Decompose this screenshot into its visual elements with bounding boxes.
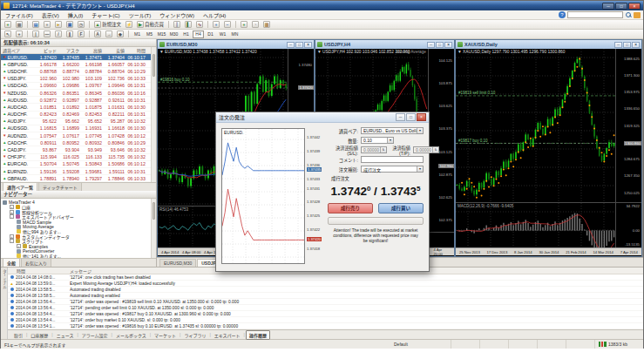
menu-item-6[interactable]: ウィンドウ(W) bbox=[155, 13, 199, 18]
chart-minimize-button[interactable]: ─ bbox=[614, 42, 622, 48]
column-header-3[interactable]: アスク bbox=[58, 47, 81, 53]
terminal-tab-9[interactable]: 操作履歴 bbox=[246, 330, 270, 340]
navigator-item[interactable]: 他に141 あります... bbox=[1, 254, 156, 258]
new-chart-button[interactable]: + bbox=[3, 21, 13, 29]
market-watch-row[interactable]: ▼NZDUSD.0.863260.863510.863450.8603606:1… bbox=[1, 90, 156, 97]
timeframe-button-m30[interactable]: M30 bbox=[168, 30, 180, 38]
vertical-line-tool-button[interactable]: | bbox=[31, 30, 41, 38]
market-watch-row[interactable]: ▲GBPAUD.1.788911.789401.792971.7884606:1… bbox=[1, 175, 156, 182]
market-watch-row[interactable]: ▲AUDSGD.1.168151.168991.169311.1661806:1… bbox=[1, 125, 156, 132]
market-watch-row[interactable]: ▲USDCHF.0.887680.887740.887840.8870406:1… bbox=[1, 68, 156, 75]
chart-window-titlebar[interactable]: USDJPY,H4─□× bbox=[315, 40, 454, 49]
expand-icon[interactable]: + bbox=[17, 244, 21, 248]
terminal-log-row[interactable]: 2014.04.08 13:56:4...'12714': order was … bbox=[8, 299, 643, 305]
community-icon[interactable] bbox=[634, 12, 641, 18]
market-watch-row[interactable]: ▲AUDJPY.95.62295.66295.65295.28706:10:32 bbox=[1, 119, 156, 125]
market-watch-scrollbar[interactable] bbox=[151, 47, 156, 182]
terminal-tab-7[interactable]: ライブラリ bbox=[181, 331, 208, 339]
navigator-tab-全般[interactable]: 全般 bbox=[3, 258, 20, 267]
expand-icon[interactable]: + bbox=[10, 234, 14, 239]
timeframe-button-mn[interactable]: MN bbox=[229, 30, 241, 38]
terminal-column-message[interactable]: メッセージ bbox=[70, 268, 92, 274]
market-watch-tab-通貨ペア一覧[interactable]: 通貨ペア一覧 bbox=[3, 182, 37, 191]
channel-tool-button[interactable]: ∥ bbox=[64, 30, 75, 38]
terminal-button[interactable]: ▣ bbox=[64, 21, 75, 29]
terminal-tab-1[interactable]: 取引 bbox=[11, 331, 25, 339]
chart-window-titlebar[interactable]: EURUSD,M30─□× bbox=[158, 40, 314, 49]
terminal-column-time[interactable]: 時間 bbox=[8, 268, 70, 274]
timeframe-button-m15[interactable]: M15 bbox=[156, 30, 167, 38]
market-watch-row[interactable]: ▼EURUSD.1.374201.374351.374711.3740406:1… bbox=[1, 54, 156, 61]
chart-close-button[interactable]: × bbox=[304, 42, 312, 48]
menu-item-1[interactable]: ファイル(F) bbox=[1, 13, 37, 18]
indicators-button[interactable]: + bbox=[239, 21, 249, 29]
collapse-icon[interactable]: - bbox=[10, 239, 14, 243]
crosshair-tool-button[interactable]: + bbox=[14, 30, 24, 38]
data-window-button[interactable]: + bbox=[42, 21, 52, 29]
market-watch-row[interactable]: ▲AUDCHF.0.824230.824690.824530.8221106:1… bbox=[1, 112, 156, 119]
timeframe-button-m5[interactable]: M5 bbox=[144, 30, 155, 38]
column-header-4[interactable]: 高値 bbox=[81, 47, 104, 53]
navigator-tab-お気に入り[interactable]: お気に入り bbox=[21, 258, 51, 267]
help-icon[interactable]: ? bbox=[559, 11, 566, 18]
market-watch-row[interactable]: ▲CADJPY.93.86793.90493.94993.64606:10:32 bbox=[1, 146, 156, 153]
shapes-tool-button[interactable]: ◆ bbox=[115, 30, 125, 38]
arrow-tool-button[interactable]: → bbox=[104, 30, 114, 38]
buy-by-market-button[interactable]: 成行買い bbox=[378, 203, 424, 213]
chart-close-button[interactable]: × bbox=[444, 42, 452, 48]
market-watch-row[interactable]: ▲AUDCAD.1.018511.018921.018751.0163106:1… bbox=[1, 104, 156, 111]
templates-button[interactable]: ▥ bbox=[261, 21, 272, 29]
auto-trading-button[interactable]: ▶自動売買 bbox=[135, 21, 166, 29]
chart-minimize-button[interactable]: ─ bbox=[427, 42, 435, 48]
market-watch-row[interactable]: ▲USDCAD.1.096601.096861.097671.0964606:1… bbox=[1, 83, 156, 90]
stop-loss-input[interactable]: 0.00000⇅ bbox=[361, 146, 387, 153]
minimize-button[interactable]: ─ bbox=[602, 3, 614, 10]
chart-tab-eurusd-m30[interactable]: EURUSD,M30 bbox=[159, 259, 196, 267]
search-input[interactable] bbox=[567, 11, 623, 18]
terminal-tab-6[interactable]: マーケット bbox=[152, 331, 179, 339]
comment-input[interactable] bbox=[361, 156, 424, 163]
terminal-log-row[interactable]: 2014.04.08 13:54:4...'12714': order buy … bbox=[8, 317, 643, 323]
timeframe-button-h1[interactable]: H1 bbox=[180, 30, 192, 38]
column-header-6[interactable]: 時間 bbox=[126, 47, 147, 53]
candlestick-button[interactable]: ▌ bbox=[183, 21, 193, 29]
zoom-in-button[interactable]: + bbox=[211, 21, 221, 29]
chart-window-titlebar[interactable]: XAUUSD,Daily─□× bbox=[456, 40, 641, 49]
menu-item-7[interactable]: ヘルプ(H) bbox=[199, 13, 230, 18]
terminal-log-row[interactable]: 2014.04.08 13:56:4...'12714': pending or… bbox=[8, 305, 643, 311]
chart-close-button[interactable]: × bbox=[632, 42, 640, 48]
status-profile[interactable]: Default bbox=[390, 340, 451, 349]
periods-button[interactable]: ◔ bbox=[250, 21, 261, 29]
horizontal-line-tool-button[interactable]: — bbox=[42, 30, 52, 38]
cursor-tool-button[interactable]: ↖ bbox=[3, 30, 13, 38]
menu-item-4[interactable]: チャート(C) bbox=[87, 13, 124, 18]
terminal-tab-2[interactable]: 口座履歴 bbox=[28, 331, 51, 339]
symbol-select[interactable]: EURUSD., Euro vs US Dollar▼ bbox=[361, 127, 424, 134]
timeframe-button-w1[interactable]: W1 bbox=[217, 30, 228, 38]
terminal-side-label[interactable]: ターミナル bbox=[1, 268, 8, 339]
column-header-5[interactable]: 安値 bbox=[104, 47, 126, 53]
collapse-icon[interactable]: - bbox=[10, 214, 14, 219]
terminal-log-row[interactable]: 2014.04.08 14:08:0...'12714': one click … bbox=[8, 274, 643, 281]
trendline-tool-button[interactable]: / bbox=[53, 30, 64, 38]
strategy-tester-button[interactable]: ◷ bbox=[76, 21, 86, 29]
menu-item-5[interactable]: ツール(T) bbox=[125, 13, 156, 18]
dialog-maximize-button[interactable]: □ bbox=[406, 113, 416, 121]
column-header-1[interactable]: 通貨ペア bbox=[1, 47, 36, 53]
menu-item-3[interactable]: 挿入(I) bbox=[64, 13, 88, 18]
zoom-out-button[interactable]: − bbox=[222, 21, 233, 29]
navigator-scrollbar[interactable] bbox=[151, 199, 156, 258]
dialog-minimize-button[interactable]: ─ bbox=[396, 113, 405, 121]
terminal-log-row[interactable]: 2014.04.08 13:54:1...'12714': order was … bbox=[8, 323, 643, 329]
terminal-log-row[interactable]: 2014.04.08 13:54:4...'12714': order was … bbox=[8, 311, 643, 317]
metaeditor-button[interactable]: ⚡ bbox=[124, 21, 134, 29]
terminal-log-row[interactable]: 2014.04.08 13:58:5...Automated trading d… bbox=[8, 287, 643, 293]
terminal-log-row[interactable]: ▲2014.04.08 13:59:0...Expert Moving Aver… bbox=[8, 281, 643, 287]
maximize-button[interactable]: □ bbox=[615, 3, 627, 10]
terminal-log-row[interactable]: 2014.04.08 13:58:5...Automated trading e… bbox=[8, 293, 643, 299]
chart-restore-button[interactable]: □ bbox=[295, 42, 303, 48]
market-watch-row[interactable]: ▲EURCAD.1.507041.507451.508431.5068606:1… bbox=[1, 161, 156, 168]
chart-restore-button[interactable]: □ bbox=[623, 42, 631, 48]
market-watch-tab-ティックチャート[interactable]: ティックチャート bbox=[38, 182, 82, 191]
order-type-select[interactable]: 成行注文▼ bbox=[361, 166, 424, 173]
